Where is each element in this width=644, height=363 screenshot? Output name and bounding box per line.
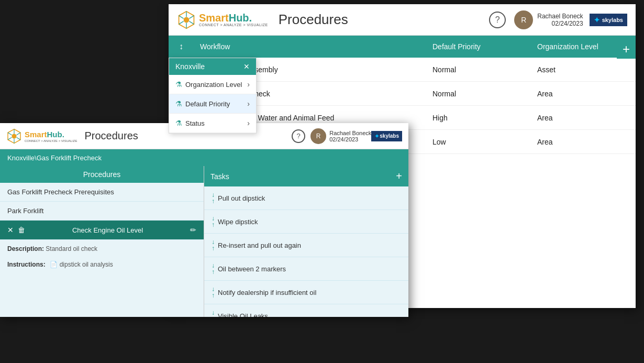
description-section: Description: Standard oil check: [0, 240, 204, 258]
back-logo-brand: SmartHub.: [199, 13, 268, 23]
reorder-icon[interactable]: ↓↑: [212, 239, 215, 251]
row-priority: Normal: [426, 90, 531, 98]
chevron-right-icon: ›: [247, 100, 250, 108]
svg-line-12: [17, 137, 21, 140]
front-brand-logo: ✦ skylabs: [371, 131, 402, 141]
tasks-panel-header: Tasks +: [204, 166, 408, 186]
front-sky-icon: ✦: [374, 133, 380, 140]
list-item[interactable]: ↓↑ Wipe dipstick: [204, 210, 408, 234]
front-content: Procedures Gas Forklift Precheck Prerequ…: [0, 166, 408, 317]
front-logo-hub: Hub.: [47, 130, 64, 139]
row-priority: High: [426, 114, 531, 122]
file-icon: 📄: [50, 261, 58, 268]
procedures-panel: Procedures Gas Forklift Precheck Prerequ…: [0, 166, 204, 317]
instructions-file[interactable]: 📄 dipstick oil analysis: [50, 261, 113, 268]
front-user-info: Rachael Boneck 02/24/2023: [329, 130, 371, 142]
back-table-header: ↕ Workflow Default Priority Organization…: [169, 36, 636, 58]
front-logo-text: SmartHub. CONNECT > ANALYZE > VISUALIZE: [25, 130, 77, 142]
filter-funnel-icon: ⚗: [175, 100, 182, 108]
instructions-filename: dipstick oil analysis: [60, 261, 113, 268]
tasks-panel: Tasks + ↓↑ Pull out dipstick ↓↑ Wipe dip…: [204, 166, 408, 317]
breadcrumb: Knoxville\Gas Forklift Precheck: [0, 149, 408, 166]
reorder-icon[interactable]: ↓↑: [212, 286, 215, 299]
row-org: Area: [531, 114, 636, 122]
row-priority: Normal: [426, 65, 531, 74]
front-logo: SmartHub. CONNECT > ANALYZE > VISUALIZE: [6, 128, 77, 144]
filter-status-label: Status: [185, 119, 205, 127]
front-logo-sub: CONNECT > ANALYZE > VISUALIZE: [25, 139, 77, 142]
reorder-icon[interactable]: ↓↑: [212, 262, 215, 275]
procedures-panel-header: Procedures: [0, 166, 204, 183]
front-logo-smart: Smart: [25, 130, 47, 139]
close-icon[interactable]: ✕: [243, 62, 250, 71]
task-name: Visible Oil Leaks: [218, 312, 268, 317]
filter-funnel-icon: ⚗: [175, 80, 182, 89]
front-help-button[interactable]: ?: [292, 129, 305, 143]
description-label: Description:: [7, 245, 44, 252]
add-procedure-button[interactable]: +: [617, 40, 636, 59]
list-item[interactable]: ↓↑ Notify dealership if insufficient oil: [204, 281, 408, 304]
filter-default-priority[interactable]: ⚗ Default Priority ›: [169, 94, 256, 114]
svg-line-11: [17, 133, 21, 135]
row-priority: Low: [426, 138, 531, 146]
back-avatar: R: [514, 10, 533, 29]
list-item[interactable]: ↓↑ Pull out dipstick: [204, 186, 408, 210]
list-item[interactable]: Park Forklift: [0, 202, 204, 221]
filter-funnel-icon: ⚗: [175, 119, 182, 127]
list-item[interactable]: ↓↑ Re-insert and pull out again: [204, 234, 408, 257]
back-brand-text: skylabs: [602, 17, 623, 23]
reorder-icon[interactable]: ↓↑: [212, 215, 215, 228]
row-org: Asset: [531, 65, 636, 74]
task-name: Oil between 2 markers: [218, 265, 286, 273]
instructions-section: Instructions: 📄 dipstick oil analysis: [0, 258, 204, 271]
list-item[interactable]: Gas Forklift Precheck Prerequisites: [0, 183, 204, 202]
detail-procedures-window: SmartHub. CONNECT > ANALYZE > VISUALIZE …: [0, 123, 408, 317]
front-user-date: 02/24/2023: [329, 136, 371, 142]
back-user-info: Rachael Boneck 02/24/2023: [537, 13, 583, 27]
filter-org-level[interactable]: ⚗ Organization Level ›: [169, 75, 256, 94]
svg-line-7: [179, 15, 184, 18]
svg-line-4: [189, 21, 194, 24]
svg-line-6: [179, 21, 184, 24]
back-logo-sub: CONNECT > ANALYZE > VISUALIZE: [199, 23, 268, 27]
edit-icon[interactable]: ✏: [190, 226, 196, 234]
back-help-button[interactable]: ?: [489, 12, 506, 28]
list-item[interactable]: ↓↑ Visible Oil Leaks: [204, 304, 408, 317]
back-logo: SmartHub. CONNECT > ANALYZE > VISUALIZE: [177, 10, 268, 29]
back-page-title: Procedures: [279, 12, 490, 28]
list-item[interactable]: ↓↑ Oil between 2 markers: [204, 257, 408, 281]
front-user-section: R Rachael Boneck 02/24/2023: [310, 128, 371, 144]
back-brand-logo: ✦ skylabs: [590, 14, 627, 26]
active-item-name: Check Engine Oil Level: [72, 226, 143, 234]
svg-line-14: [8, 137, 12, 140]
instructions-label: Instructions:: [7, 261, 46, 268]
logo-hub: Hub.: [229, 12, 252, 24]
filter-org-label: Organization Level: [185, 81, 242, 89]
front-avatar: R: [310, 128, 326, 144]
chevron-right-icon: ›: [247, 80, 250, 89]
sort-icon[interactable]: ↕: [169, 42, 194, 51]
tasks-header-label: Tasks: [210, 172, 229, 181]
chevron-right-icon: ›: [247, 119, 250, 127]
reorder-icon[interactable]: ↓↑: [212, 310, 215, 317]
task-name: Re-insert and pull out again: [218, 241, 301, 249]
svg-point-1: [184, 17, 190, 23]
back-user-date: 02/24/2023: [537, 20, 583, 27]
delete-icon[interactable]: 🗑: [18, 226, 25, 234]
svg-point-9: [12, 134, 17, 138]
add-task-button[interactable]: +: [396, 170, 402, 182]
list-item-active[interactable]: ✕ 🗑 Check Engine Oil Level ✏: [0, 221, 204, 240]
task-name: Wipe dipstick: [218, 218, 258, 226]
filter-status[interactable]: ⚗ Status ›: [169, 114, 256, 133]
front-user-name: Rachael Boneck: [329, 130, 371, 136]
active-actions: ✕ 🗑: [7, 226, 25, 234]
task-name: Pull out dipstick: [218, 194, 265, 202]
back-header: SmartHub. CONNECT > ANALYZE > VISUALIZE …: [169, 4, 636, 36]
svg-line-3: [189, 15, 194, 18]
reorder-icon[interactable]: ↓↑: [212, 192, 215, 204]
col-workflow: Workflow: [194, 42, 426, 51]
row-org: Area: [531, 138, 636, 146]
close-icon[interactable]: ✕: [7, 226, 14, 234]
filter-location[interactable]: Knoxville ✕: [169, 58, 256, 75]
filter-location-name: Knoxville: [175, 62, 205, 71]
